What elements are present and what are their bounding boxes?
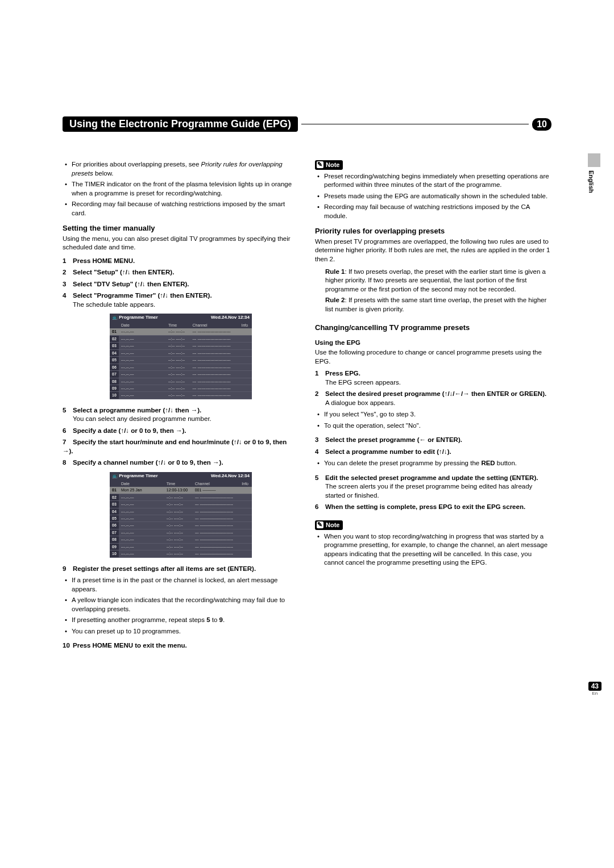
t: Specify a channel number (	[73, 459, 158, 466]
t: then ENTER).	[146, 281, 189, 287]
bullet: A yellow triangle icon indicates that th…	[65, 596, 299, 614]
bullet: When you want to stop recording/watching…	[317, 532, 551, 567]
updown-icon: ↑/↓	[122, 269, 131, 276]
step-7: 7Specify the start hour/minute and end h…	[63, 438, 299, 456]
text: below.	[93, 170, 114, 177]
t: Specify the start hour/minute and end ho…	[73, 439, 234, 445]
table-row: 02---.--.-----:-- ----:----- -----------…	[110, 494, 252, 500]
table-row: 05---.--.-----:-- ----:----- -----------…	[110, 357, 252, 364]
heading-changing-presets: Changing/cancelling TV programme presets	[315, 323, 551, 333]
bullet: You can preset up to 10 programmes.	[65, 627, 299, 636]
updown-icon: ↑/↓	[439, 448, 447, 455]
epg-step-1: 1Press EPG.The EPG screen appears.	[315, 369, 551, 387]
rule-2: Rule 2: If presets with the same start t…	[325, 296, 551, 314]
note-badge: Note	[315, 160, 343, 170]
text: For priorities about overlapping presets…	[72, 161, 201, 168]
table-title: Programme Timer	[119, 473, 157, 478]
right-icon: →	[191, 407, 198, 414]
step-8: 8Specify a channel number (↑/↓ or 0 to 9…	[63, 458, 299, 468]
updown-icon: ↑/↓	[158, 459, 167, 466]
note-1-bullets: Preset recording/watching begins immedia…	[317, 172, 551, 221]
updown-icon: ↑/↓	[137, 281, 146, 287]
table-row: 07---.--.-----:-- ----:----- -----------…	[110, 529, 252, 536]
right-icon: →	[213, 459, 219, 466]
side-language: English	[588, 170, 595, 193]
note-label: Note	[326, 521, 339, 529]
step-1: 1Press HOME MENU.	[63, 257, 299, 266]
t: Select "DTV Setup" (	[73, 281, 137, 287]
table-row: 01Mon 25 Jan12:00-13:00001 ----------	[110, 487, 252, 494]
t: Edit the selected preset programme and u…	[325, 474, 538, 481]
table-timestamp: Wed.24.Nov 12:34	[164, 472, 252, 481]
table-row: 04---.--.-----:-- ----:----- -----------…	[110, 508, 252, 515]
table-row: 03---.--.-----:-- ----:----- -----------…	[110, 343, 252, 349]
intro-bullets: For priorities about overlapping presets…	[65, 160, 299, 218]
heading-using-epg: Using the EPG	[315, 339, 551, 348]
col-date: Date	[119, 322, 166, 328]
t: Select "Setup" (	[73, 269, 122, 276]
programme-timer-table-2: 📺 Programme TimerWed.24.Nov 12:34 DateTi…	[110, 472, 252, 558]
chapter-title: Using the Electronic Programme Guide (EP…	[63, 116, 298, 132]
bullet: If presetting another programme, repeat …	[65, 616, 299, 625]
table-row: 09---.--.-----:-- ----:----- -----------…	[110, 385, 252, 391]
table-title: Programme Timer	[119, 315, 157, 320]
bullet: If you select "Yes", go to step 3.	[317, 410, 551, 419]
col-channel: Channel	[190, 322, 239, 328]
bullet: Recording may fail because of watching r…	[317, 203, 551, 220]
chapter-header: Using the Electronic Programme Guide (EP…	[63, 116, 551, 132]
step-text: Press HOME MENU.	[73, 257, 135, 264]
t: ).	[69, 448, 73, 454]
right-icon: →	[63, 448, 69, 454]
table-timestamp: Wed.24.Nov 12:34	[166, 314, 252, 322]
heading-priority-rules: Priority rules for overlapping presets	[315, 226, 551, 236]
table-row: 06---.--.-----:-- ----:----- -----------…	[110, 522, 252, 529]
right-column: Note Preset recording/watching begins im…	[315, 160, 551, 653]
t: When the setting is complete, press EPG …	[325, 503, 525, 510]
step-9-bullets: If a preset time is in the past or the c…	[65, 576, 299, 636]
updown-icon: ↑/↓	[234, 439, 242, 445]
epg-step-5: 5Edit the selected preset programme and …	[315, 474, 551, 500]
col-date: Date	[119, 481, 164, 487]
left-icon: ←	[420, 436, 426, 443]
t: then ENTER or GREEN).	[470, 390, 546, 397]
step-9: 9Register the preset settings after all …	[63, 565, 299, 574]
leftright-icon: ←/→	[455, 390, 470, 397]
step-sub: The EPG screen appears.	[325, 378, 551, 387]
step-10: 10Press HOME MENU to exit the menu.	[63, 641, 299, 650]
programme-timer-table-1: 📺 Programme TimerWed.24.Nov 12:34 DateTi…	[110, 314, 252, 399]
pencil-icon	[317, 521, 323, 528]
t: Select a programme number (	[73, 407, 165, 414]
table-row: 10---.--.-----:-- ----:----- -----------…	[110, 392, 252, 399]
col-time: Time	[166, 322, 190, 328]
col-time: Time	[164, 481, 193, 487]
right-icon: →	[176, 427, 182, 434]
step-6: 6Specify a date (↑/↓ or 0 to 9, then →).	[63, 427, 299, 436]
page-lang: En	[588, 691, 601, 696]
tv-icon: 📺	[112, 315, 118, 320]
t: Press EPG.	[325, 370, 360, 377]
priority-intro: When preset TV programmes are overlapped…	[315, 237, 551, 264]
col-info: Info	[239, 481, 252, 487]
rule-1: Rule 1: If two presets overlap, the pres…	[325, 268, 551, 294]
heading-setting-timer: Setting the timer manually	[63, 223, 299, 233]
t: Register the preset settings after all i…	[73, 565, 256, 572]
table-row: 06---.--.-----:-- ----:----- -----------…	[110, 364, 252, 370]
updown-icon: ↑/↓	[121, 427, 129, 434]
bullet: If a preset time is in the past or the c…	[65, 576, 299, 594]
t: then ENTER).	[131, 269, 175, 276]
bullet: You can delete the preset programme by p…	[317, 459, 551, 468]
bullet-priorities: For priorities about overlapping presets…	[65, 160, 299, 178]
note-label: Note	[326, 161, 339, 169]
t: then	[173, 407, 191, 414]
table-row: 03---.--.-----:-- ----:----- -----------…	[110, 501, 252, 508]
table-row: 04---.--.-----:-- ----:----- -----------…	[110, 349, 252, 356]
t: or 0 to 9, then	[242, 439, 287, 445]
epg-step-2: 2Select the desired preset programme (↑/…	[315, 390, 551, 407]
table-row: 07---.--.-----:-- ----:----- -----------…	[110, 371, 252, 378]
table-row: 02---.--.-----:-- ----:----- -----------…	[110, 335, 252, 342]
updown-icon: ↑/↓	[160, 292, 168, 299]
note-2-bullets: When you want to stop recording/watching…	[317, 532, 551, 567]
t: ).	[219, 459, 223, 466]
page-footer: 43 En	[588, 682, 601, 696]
page-content: Using the Electronic Programme Guide (EP…	[63, 116, 551, 653]
